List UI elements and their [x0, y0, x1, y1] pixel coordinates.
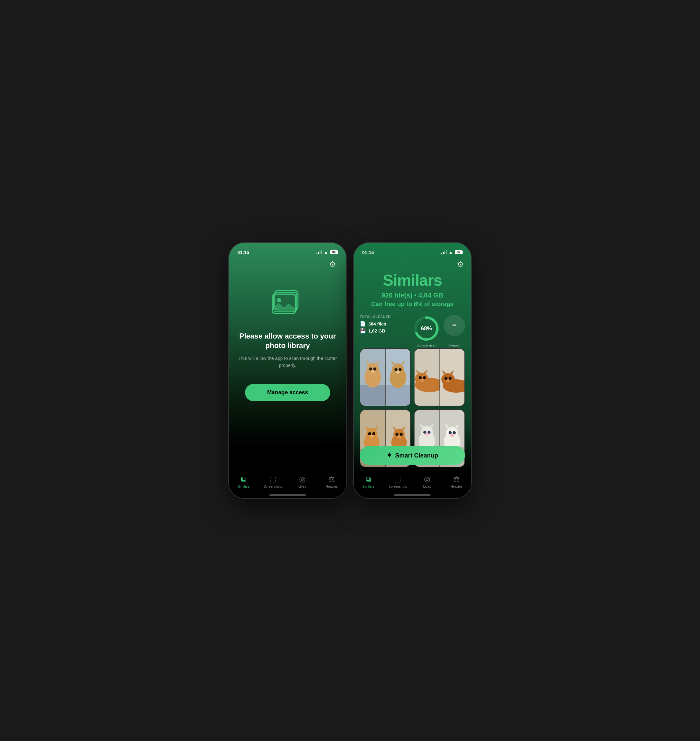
nav-item-heavies-1[interactable]: ⚖ Heavies: [317, 475, 347, 488]
battery-1: 39: [330, 250, 338, 254]
gear-icon-1[interactable]: ⚙: [329, 260, 336, 269]
photo-2a: [415, 349, 440, 405]
similars-icon-2: ⧉: [366, 475, 371, 483]
svg-point-23: [396, 371, 400, 374]
nav-item-lives-1[interactable]: ◎ Lives: [288, 475, 317, 488]
manage-access-button[interactable]: Manage access: [245, 384, 330, 401]
svg-point-65: [427, 430, 430, 433]
screenshots-icon-1: ⬚: [269, 475, 276, 483]
signal-bar-4: [321, 250, 322, 254]
status-icons-2: ▲ 39: [441, 250, 463, 255]
heavies-label-2: Heavies: [450, 484, 463, 488]
nav-item-similars-2[interactable]: ⧉ Similars: [354, 475, 383, 488]
svg-point-12: [369, 367, 372, 371]
heavies-label-1: Heavies: [326, 484, 338, 488]
phone-1-main: ⚙ Please allow access to your photo libr: [229, 257, 346, 471]
lives-icon-1: ◎: [299, 475, 306, 483]
nav-item-heavies-2[interactable]: ⚖ Heavies: [442, 475, 471, 488]
settings-row-2: ⚙: [360, 257, 465, 271]
file-icon: 📄: [360, 321, 366, 327]
home-indicator-2: [394, 494, 431, 496]
cat-svg-2a: [415, 349, 440, 405]
cat-svg-1b: [385, 349, 410, 405]
files-cleaned-value: 384 files: [368, 321, 386, 326]
cat-svg-2b: [440, 349, 465, 405]
svg-point-64: [424, 430, 426, 433]
svg-point-61: [421, 426, 433, 439]
allow-title: Please allow access to your photo librar…: [238, 331, 337, 350]
sparkle-icon: ✦: [387, 451, 392, 459]
svg-point-30: [423, 376, 426, 379]
svg-point-9: [366, 363, 379, 376]
signal-bar-2-1: [441, 253, 442, 254]
storage-circle-chart: 68%: [413, 315, 440, 342]
svg-rect-1: [274, 292, 297, 312]
photo-1a: [360, 349, 385, 405]
signal-bar-2: [318, 252, 319, 254]
bottom-nav-2: ⧉ Similars ⬚ Screenshots ◎ Lives ⚖ Heavi…: [354, 471, 471, 498]
svg-point-55: [396, 433, 399, 436]
photo-1b: [385, 349, 410, 405]
photo-2b: [440, 349, 465, 405]
nav-item-similars-1[interactable]: ⧉ Similars: [229, 475, 258, 488]
cat-svg-1a: [360, 349, 385, 405]
files-cleaned-row: 📄 384 files: [360, 321, 409, 327]
signal-bar-1: [316, 253, 318, 254]
svg-point-75: [450, 434, 454, 437]
photo-group-1[interactable]: [360, 348, 411, 406]
svg-point-37: [444, 377, 447, 380]
status-icons-1: ▲ 39: [316, 250, 338, 255]
wifi-icon-1: ▲: [324, 250, 328, 255]
signal-bar-2-2: [443, 252, 444, 254]
svg-point-3: [277, 298, 281, 302]
similars-header: Similars 926 file(s) • 4,84 GB Can free …: [360, 271, 465, 313]
photo-grid: ✦ Smart Cleanup: [360, 348, 465, 467]
signal-bar-2-4: [446, 250, 447, 254]
battery-2: 39: [455, 250, 463, 254]
status-bar-2: 01:15 ▲ 39: [354, 243, 471, 257]
photo-library-icon: [272, 290, 303, 319]
svg-point-46: [368, 432, 371, 435]
similars-icon-1: ⧉: [241, 475, 246, 483]
svg-point-74: [453, 431, 456, 434]
svg-point-26: [415, 373, 428, 385]
heavies-icon-1: ⚖: [328, 475, 335, 483]
status-bar-1: 01:15 ▲ 39: [229, 243, 346, 257]
svg-point-14: [371, 370, 375, 373]
lives-label-1: Lives: [298, 484, 306, 488]
skipped-col: ≡ Skipped: [444, 315, 465, 347]
svg-rect-16: [385, 385, 410, 406]
svg-point-47: [372, 432, 375, 435]
gear-icon-2[interactable]: ⚙: [457, 260, 464, 269]
photo-group-2[interactable]: [414, 348, 465, 406]
wifi-icon-2: ▲: [449, 250, 453, 255]
smart-cleanup-label: Smart Cleanup: [395, 452, 438, 459]
home-indicator-1: [269, 494, 306, 496]
phones-container: 01:15 ▲ 39 ⚙: [222, 236, 478, 505]
svg-point-57: [397, 435, 401, 438]
svg-point-21: [394, 368, 397, 371]
similars-title: Similars: [366, 271, 459, 289]
similars-label-1: Similars: [238, 484, 250, 488]
svg-point-66: [425, 433, 429, 436]
svg-point-73: [448, 431, 451, 434]
nav-item-screenshots-2[interactable]: ⬚ Screenshots: [383, 475, 413, 488]
svg-point-13: [373, 367, 376, 371]
phone-1: 01:15 ▲ 39 ⚙: [228, 242, 347, 499]
nav-item-screenshots-1[interactable]: ⬚ Screenshots: [258, 475, 288, 488]
similars-storage-text: Can free up to 8% of storage: [366, 301, 459, 308]
signal-bar-2-3: [444, 251, 445, 254]
skipped-button[interactable]: ≡: [444, 315, 465, 336]
svg-point-48: [370, 435, 374, 438]
circle-chart-col: 68% Storage used: [413, 315, 440, 347]
svg-point-39: [446, 379, 450, 382]
similars-stats: 926 file(s) • 4,84 GB: [366, 291, 459, 299]
signal-bar-3: [319, 251, 321, 254]
screenshots-label-2: Screenshots: [388, 484, 407, 488]
size-cleaned-value: 1,62 GB: [368, 328, 385, 333]
svg-point-38: [448, 377, 451, 380]
nav-item-lives-2[interactable]: ◎ Lives: [412, 475, 442, 488]
smart-cleanup-button[interactable]: ✦ Smart Cleanup: [360, 446, 465, 465]
skipped-icon: ≡: [452, 321, 456, 330]
lives-icon-2: ◎: [424, 475, 430, 483]
